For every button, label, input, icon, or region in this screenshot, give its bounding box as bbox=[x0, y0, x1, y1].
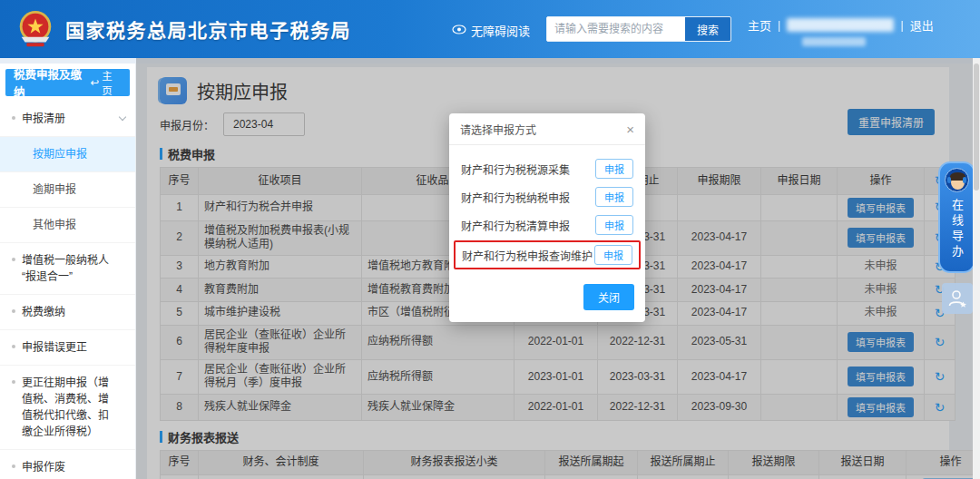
sidebar-item-declaration-error-correction[interactable]: 申报错误更正 bbox=[0, 330, 135, 366]
sidebar-home-label: 主页 bbox=[102, 68, 122, 97]
masked-username bbox=[787, 18, 894, 32]
sidebar-item-label: 按期应申报 bbox=[33, 148, 87, 161]
declare-button[interactable]: 申报 bbox=[595, 215, 633, 235]
tax-bureau-emblem-logo bbox=[15, 8, 56, 50]
sidebar-item-label: 增值税一般纳税人“报退合一” bbox=[22, 254, 109, 283]
page-scrollbar[interactable] bbox=[973, 58, 980, 479]
consult-person-icon[interactable] bbox=[942, 283, 973, 314]
sidebar-home-link[interactable]: ↩ 主页 bbox=[91, 68, 122, 97]
option-label: 财产和行为税纳税申报 bbox=[461, 190, 570, 205]
declare-button[interactable]: 申报 bbox=[595, 159, 633, 179]
sidebar-menu: 申报清册 按期应申报 逾期申报 其他申报 增值税一般纳税人“报退合一” 税费缴纳… bbox=[0, 102, 135, 479]
sidebar-item-periodic-declaration[interactable]: 按期应申报 bbox=[0, 137, 135, 172]
sidebar-item-tax-payment[interactable]: 税费缴纳 bbox=[0, 295, 135, 330]
dialog-title: 请选择申报方式 bbox=[460, 122, 536, 137]
declare-button[interactable]: 申报 bbox=[595, 187, 633, 207]
chevron-down-icon bbox=[119, 113, 126, 121]
option-declaration-query-maintenance: 财产和行为税申报查询维护 申报 bbox=[462, 244, 632, 266]
online-guide-widget[interactable]: 在线导办 bbox=[938, 161, 975, 273]
declaration-method-dialog: 请选择申报方式 × 财产和行为税税源采集 申报 财产和行为税纳税申报 申报 财产… bbox=[449, 113, 645, 322]
sidebar-item-label: 申报清册 bbox=[22, 112, 65, 125]
site-search: 搜索 bbox=[546, 16, 731, 42]
option-liquidation-declaration: 财产和行为税清算申报 申报 bbox=[460, 212, 634, 238]
site-title: 国家税务总局北京市电子税务局 bbox=[65, 15, 351, 43]
sidebar-item-label: 税费缴纳 bbox=[22, 306, 65, 318]
close-dialog-button[interactable]: 关闭 bbox=[583, 284, 634, 310]
search-input[interactable] bbox=[547, 17, 685, 41]
option-label: 财产和行为税申报查询维护 bbox=[462, 248, 593, 263]
accessibility-label: 无障碍阅读 bbox=[471, 22, 530, 39]
online-guide-label: 在线导办 bbox=[948, 199, 965, 260]
divider: | bbox=[900, 18, 903, 32]
scrollbar-thumb[interactable] bbox=[974, 64, 979, 191]
home-link[interactable]: 主页 bbox=[748, 16, 771, 34]
sidebar-header: 税费申报及缴纳 ↩ 主页 bbox=[5, 69, 130, 96]
logout-link[interactable]: 退出 bbox=[910, 16, 934, 34]
sidebar-item-label: 更正往期申报（增值税、消费税、增值税代扣代缴、扣缴企业所得税） bbox=[22, 376, 109, 438]
back-arrow-icon: ↩ bbox=[91, 76, 100, 89]
highlight-annotation-box: 财产和行为税申报查询维护 申报 bbox=[454, 240, 641, 269]
close-icon[interactable]: × bbox=[626, 122, 634, 136]
sidebar-item-label: 申报作废 bbox=[22, 461, 65, 474]
agent-avatar-icon bbox=[945, 168, 969, 192]
accessibility-toggle[interactable]: 无障碍阅读 bbox=[452, 22, 530, 39]
sidebar-item-correct-past-declaration[interactable]: 更正往期申报（增值税、消费税、增值税代扣代缴、扣缴企业所得税） bbox=[0, 366, 135, 450]
sidebar-item-declaration-void[interactable]: 申报作废 bbox=[0, 450, 135, 479]
sidebar: 税费申报及缴纳 ↩ 主页 申报清册 按期应申报 逾期申报 其他申报 增值税一般纳… bbox=[0, 64, 136, 479]
sidebar-item-label: 申报错误更正 bbox=[22, 341, 87, 354]
sidebar-item-label: 其他申报 bbox=[33, 219, 76, 231]
eye-icon bbox=[452, 24, 466, 37]
declare-button[interactable]: 申报 bbox=[594, 245, 632, 265]
sidebar-item-other-declaration[interactable]: 其他申报 bbox=[0, 208, 135, 243]
masked-subtext bbox=[802, 37, 866, 46]
option-tax-source-collection: 财产和行为税税源采集 申报 bbox=[460, 156, 634, 181]
account-links: 主页 | | 退出 bbox=[748, 16, 965, 49]
option-tax-declaration: 财产和行为税纳税申报 申报 bbox=[460, 184, 634, 210]
option-label: 财产和行为税税源采集 bbox=[461, 161, 570, 177]
sidebar-item-overdue-declaration[interactable]: 逾期申报 bbox=[0, 172, 135, 208]
sidebar-title: 税费申报及缴纳 bbox=[14, 65, 91, 100]
option-label: 财产和行为税清算申报 bbox=[461, 218, 570, 233]
divider: | bbox=[778, 18, 780, 32]
search-button[interactable]: 搜索 bbox=[685, 17, 730, 41]
top-header: 国家税务总局北京市电子税务局 无障碍阅读 搜索 主页 | | 退出 bbox=[0, 0, 980, 58]
sidebar-item-declaration-list[interactable]: 申报清册 bbox=[0, 102, 135, 137]
sidebar-item-vat-general-taxpayer[interactable]: 增值税一般纳税人“报退合一” bbox=[0, 243, 135, 295]
sidebar-item-label: 逾期申报 bbox=[33, 183, 76, 196]
